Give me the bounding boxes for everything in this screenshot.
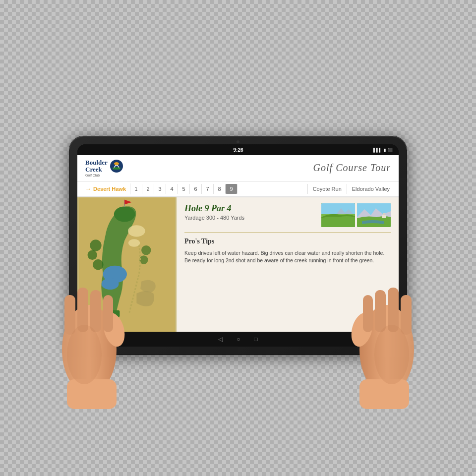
logo-icon <box>110 159 123 173</box>
hole-tab-9[interactable]: 9 <box>226 184 238 194</box>
arrow-icon: → <box>85 185 91 192</box>
svg-rect-6 <box>67 379 117 409</box>
status-bar: 9:26 ▌▌▌ ▮ ⬛ <box>77 144 399 155</box>
hole-tab-6[interactable]: 6 <box>190 184 202 194</box>
svg-rect-12 <box>375 290 386 332</box>
nav-tabs: → Desert Hawk 1 2 3 4 5 6 7 8 9 Coyot <box>77 181 399 197</box>
svg-point-17 <box>114 162 119 165</box>
hole-photo-1[interactable] <box>321 203 355 227</box>
left-hand <box>55 236 144 409</box>
app-header: Boulder Creek Golf Club <box>77 155 399 181</box>
svg-point-18 <box>113 167 120 170</box>
hole-tab-3[interactable]: 3 <box>154 184 166 194</box>
logo-area: Boulder Creek Golf Club <box>85 159 123 177</box>
svg-rect-10 <box>401 295 412 335</box>
svg-rect-38 <box>383 213 385 215</box>
svg-rect-5 <box>103 295 113 332</box>
battery-indicator: ⬛ <box>388 148 393 152</box>
course-nav-desert-hawk[interactable]: → Desert Hawk <box>81 183 130 194</box>
svg-point-23 <box>128 225 145 237</box>
hole-info: Hole 9 Par 4 Yardage 300 - 480 Yards <box>184 203 244 221</box>
status-icons: ▌▌▌ ▮ ⬛ <box>373 148 393 152</box>
svg-rect-14 <box>359 379 409 409</box>
hole-photos <box>321 203 391 227</box>
svg-point-7 <box>67 325 102 384</box>
course-nav-label: Desert Hawk <box>93 186 126 192</box>
hole-tab-8[interactable]: 8 <box>214 184 226 194</box>
status-time: 9:26 <box>233 147 243 153</box>
recent-apps-button[interactable]: □ <box>254 336 258 343</box>
svg-rect-37 <box>382 215 386 218</box>
scene: 9:26 ▌▌▌ ▮ ⬛ Boulder Creek <box>50 121 426 369</box>
logo-subtitle: Golf Club <box>85 174 108 177</box>
course-tab-coyote-run[interactable]: Coyote Run <box>307 184 347 194</box>
hole-photo-2[interactable] <box>357 203 391 227</box>
hole-yardage: Yardage 300 - 480 Yards <box>184 215 244 221</box>
home-button[interactable]: ○ <box>237 336 240 343</box>
hole-tab-1[interactable]: 1 <box>130 184 142 194</box>
hole-tabs: 1 2 3 4 5 6 7 8 9 <box>130 184 307 194</box>
hole-tab-5[interactable]: 5 <box>178 184 190 194</box>
hole-header: Hole 9 Par 4 Yardage 300 - 480 Yards <box>184 203 391 227</box>
battery-icon: ▮ <box>384 148 386 152</box>
logo-text-line2: Creek <box>85 166 108 173</box>
hole-tab-2[interactable]: 2 <box>142 184 154 194</box>
svg-point-15 <box>374 325 409 384</box>
right-hand <box>332 236 421 409</box>
svg-rect-2 <box>64 295 75 335</box>
signal-icon: ▌▌▌ <box>373 148 382 152</box>
svg-point-16 <box>110 160 123 173</box>
app-title: Golf Course Tour <box>313 162 391 174</box>
hole-tab-4[interactable]: 4 <box>166 184 178 194</box>
hole-tab-7[interactable]: 7 <box>202 184 214 194</box>
section-divider <box>184 232 391 233</box>
svg-point-20 <box>114 206 135 222</box>
course-tab-eldorado-valley[interactable]: Eldorado Valley <box>347 184 395 194</box>
svg-rect-4 <box>90 290 101 332</box>
back-button[interactable]: ◁ <box>218 336 223 343</box>
logo-text-line1: Boulder <box>85 159 108 166</box>
hole-title: Hole 9 Par 4 <box>184 203 244 214</box>
svg-rect-13 <box>363 295 373 332</box>
